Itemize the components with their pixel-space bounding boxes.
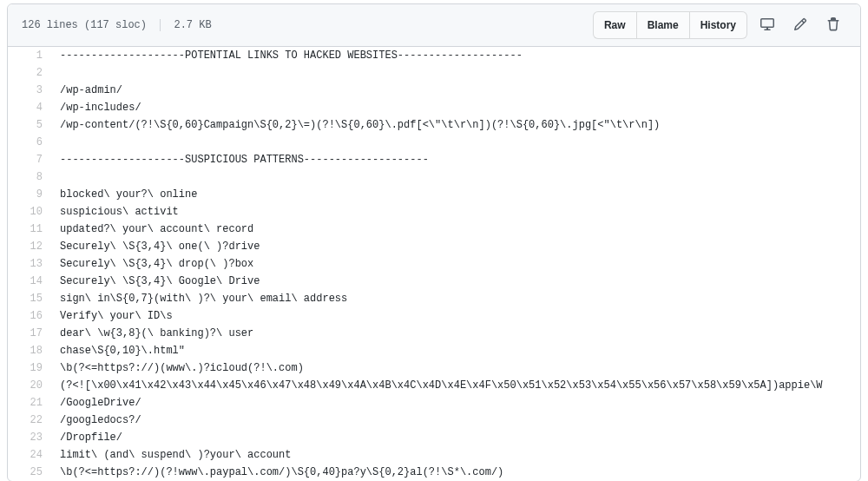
line-content: dear\ \w{3,8}(\ banking)?\ user: [51, 325, 860, 342]
line-number[interactable]: 10: [8, 203, 51, 221]
line-number[interactable]: 6: [8, 134, 51, 151]
line-number[interactable]: 7: [8, 151, 51, 168]
line-content: \b(?<=https?://)(?!www\.paypal\.com/)\S{…: [51, 464, 860, 481]
line-content: /wp-admin/: [51, 82, 860, 99]
line-number[interactable]: 1: [8, 47, 51, 64]
line-content: chase\S{0,10}\.html": [51, 342, 860, 359]
code-row: 2: [8, 64, 860, 82]
line-content: limit\ (and\ suspend\ )?your\ account: [51, 446, 860, 464]
line-content: updated?\ your\ account\ record: [51, 221, 860, 238]
code-row: 19\b(?<=https?://)(www\.)?icloud(?!\.com…: [8, 359, 860, 377]
code-row: 18chase\S{0,10}\.html": [8, 342, 860, 359]
delete-button[interactable]: [820, 12, 846, 38]
code-row: 21/GoogleDrive/: [8, 394, 860, 412]
button-group: Raw Blame History: [593, 11, 747, 39]
lines-count: 126 lines (117 sloc): [22, 19, 147, 31]
code-row: 16Verify\ your\ ID\s: [8, 307, 860, 325]
line-number[interactable]: 2: [8, 64, 51, 82]
line-content: /GoogleDrive/: [51, 394, 860, 412]
code-row: 15sign\ in\S{0,7}(with\ )?\ your\ email\…: [8, 290, 860, 307]
history-button[interactable]: History: [690, 11, 747, 39]
code-row: 3/wp-admin/: [8, 82, 860, 99]
file-container: 126 lines (117 sloc) 2.7 KB Raw Blame Hi…: [7, 3, 861, 481]
line-number[interactable]: 11: [8, 221, 51, 238]
code-row: 1--------------------POTENTIAL LINKS TO …: [8, 47, 860, 64]
edit-button[interactable]: [787, 12, 813, 38]
code-row: 13Securely\ \S{3,4}\ drop(\ )?box: [8, 255, 860, 273]
code-row: 22/googledocs?/: [8, 412, 860, 429]
line-content: Securely\ \S{3,4}\ Google\ Drive: [51, 273, 860, 290]
line-number[interactable]: 9: [8, 186, 51, 203]
line-number[interactable]: 18: [8, 342, 51, 359]
code-row: 17dear\ \w{3,8}(\ banking)?\ user: [8, 325, 860, 342]
code-row: 8: [8, 168, 860, 186]
line-content: --------------------SUSPICIOUS PATTERNS-…: [51, 151, 860, 168]
line-content: /wp-content/(?!\S{0,60}Campaign\S{0,2}\=…: [51, 116, 860, 134]
desktop-icon: [760, 17, 774, 34]
code-row: 20(?<![\x00\x41\x42\x43\x44\x45\x46\x47\…: [8, 377, 860, 394]
code-row: 7--------------------SUSPICIOUS PATTERNS…: [8, 151, 860, 168]
code-row: 24limit\ (and\ suspend\ )?your\ account: [8, 446, 860, 464]
line-content: blocked\ your?\ online: [51, 186, 860, 203]
trash-icon: [826, 17, 840, 34]
line-number[interactable]: 25: [8, 464, 51, 481]
desktop-button[interactable]: [754, 12, 780, 38]
raw-button[interactable]: Raw: [593, 11, 637, 39]
line-content: [51, 168, 860, 186]
pencil-icon: [793, 17, 807, 34]
code-row: 14Securely\ \S{3,4}\ Google\ Drive: [8, 273, 860, 290]
code-row: 12Securely\ \S{3,4}\ one(\ )?drive: [8, 238, 860, 255]
code-row: 11updated?\ your\ account\ record: [8, 221, 860, 238]
line-content: sign\ in\S{0,7}(with\ )?\ your\ email\ a…: [51, 290, 860, 307]
line-number[interactable]: 8: [8, 168, 51, 186]
line-content: Securely\ \S{3,4}\ drop(\ )?box: [51, 255, 860, 273]
line-number[interactable]: 23: [8, 429, 51, 446]
line-number[interactable]: 24: [8, 446, 51, 464]
line-content: [51, 134, 860, 151]
line-number[interactable]: 19: [8, 359, 51, 377]
line-content: Securely\ \S{3,4}\ one(\ )?drive: [51, 238, 860, 255]
line-number[interactable]: 20: [8, 377, 51, 394]
line-number[interactable]: 12: [8, 238, 51, 255]
line-content: \b(?<=https?://)(www\.)?icloud(?!\.com): [51, 359, 860, 377]
code-row: 6: [8, 134, 860, 151]
line-content: suspicious\ activit: [51, 203, 860, 221]
code-row: 4/wp-includes/: [8, 99, 860, 116]
file-info: 126 lines (117 sloc) 2.7 KB: [22, 19, 212, 31]
line-number[interactable]: 16: [8, 307, 51, 325]
line-number[interactable]: 5: [8, 116, 51, 134]
code-row: 10suspicious\ activit: [8, 203, 860, 221]
line-number[interactable]: 21: [8, 394, 51, 412]
line-number[interactable]: 13: [8, 255, 51, 273]
divider: [160, 19, 161, 31]
code-row: 9blocked\ your?\ online: [8, 186, 860, 203]
line-content: /wp-includes/: [51, 99, 860, 116]
line-number[interactable]: 14: [8, 273, 51, 290]
blame-button[interactable]: Blame: [637, 11, 690, 39]
code-table: 1--------------------POTENTIAL LINKS TO …: [8, 47, 860, 481]
file-actions: Raw Blame History: [593, 11, 846, 39]
line-content: [51, 64, 860, 82]
line-number[interactable]: 17: [8, 325, 51, 342]
code-row: 25\b(?<=https?://)(?!www\.paypal\.com/)\…: [8, 464, 860, 481]
line-content: /Dropfile/: [51, 429, 860, 446]
line-content: --------------------POTENTIAL LINKS TO H…: [51, 47, 860, 64]
line-number[interactable]: 15: [8, 290, 51, 307]
file-header: 126 lines (117 sloc) 2.7 KB Raw Blame Hi…: [8, 4, 860, 47]
line-content: /googledocs?/: [51, 412, 860, 429]
code-row: 5/wp-content/(?!\S{0,60}Campaign\S{0,2}\…: [8, 116, 860, 134]
line-content: Verify\ your\ ID\s: [51, 307, 860, 325]
line-number[interactable]: 22: [8, 412, 51, 429]
line-number[interactable]: 4: [8, 99, 51, 116]
line-content: (?<![\x00\x41\x42\x43\x44\x45\x46\x47\x4…: [51, 377, 860, 394]
code-row: 23/Dropfile/: [8, 429, 860, 446]
line-number[interactable]: 3: [8, 82, 51, 99]
file-size: 2.7 KB: [174, 19, 211, 31]
